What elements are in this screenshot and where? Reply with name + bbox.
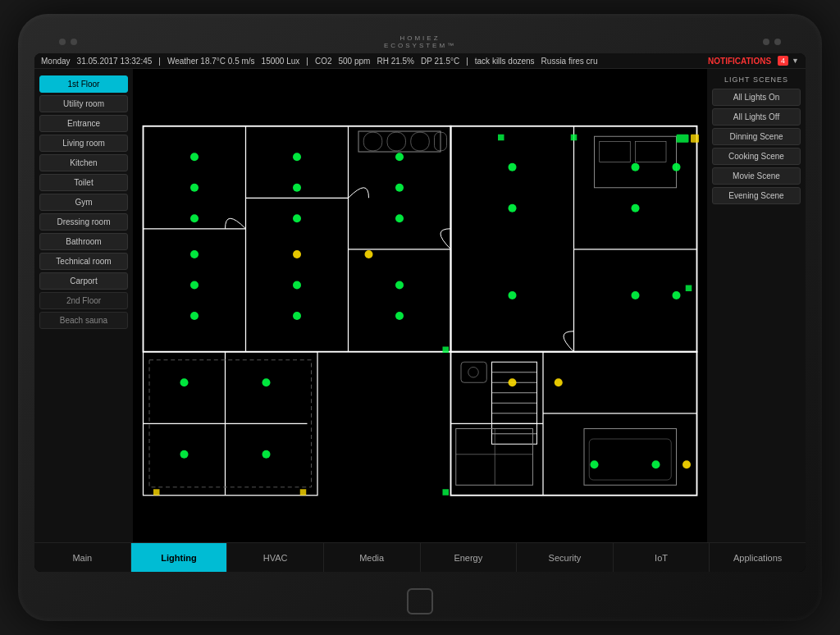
svg-point-66	[509, 378, 517, 386]
sidebar-item-beach-sauna[interactable]: Beach sauna	[39, 312, 128, 329]
all-lights-on-button[interactable]: All Lights On	[712, 89, 801, 106]
svg-point-62	[632, 204, 640, 212]
sidebar-item-1st-floor[interactable]: 1st Floor	[39, 75, 128, 93]
sidebar-item-living-room[interactable]: Living room	[39, 135, 128, 152]
weather-label: Weather 18.7°C 0.5 m/s	[167, 57, 255, 66]
camera-indicators	[763, 39, 781, 45]
sidebar-item-bathroom[interactable]: Bathroom	[39, 233, 128, 250]
notifications-label: NOTIFICATIONS	[708, 57, 771, 66]
indicator-dot-2	[71, 39, 77, 45]
svg-point-50	[365, 250, 373, 258]
bottom-nav: Main Lighting HVAC Media Energy Security…	[34, 542, 806, 572]
dropdown-icon: ▼	[792, 57, 799, 65]
svg-point-70	[180, 450, 189, 459]
svg-rect-80	[153, 489, 160, 496]
sidebar: 1st Floor Utility room Entrance Living r…	[34, 69, 133, 542]
sidebar-item-utility-room[interactable]: Utility room	[39, 95, 128, 112]
brand-name: HOMIEZ	[384, 34, 456, 42]
svg-rect-79	[686, 286, 692, 292]
separator-2: |	[306, 57, 308, 66]
svg-point-55	[190, 312, 199, 320]
floor-plan-svg	[133, 69, 707, 542]
sidebar-item-entrance[interactable]: Entrance	[39, 115, 128, 132]
svg-point-44	[293, 184, 301, 192]
dp-label: DP 21.5°C	[421, 57, 459, 66]
dinning-scene-button[interactable]: Dinning Scene	[712, 128, 801, 145]
day-label: Monday	[41, 57, 71, 66]
evening-scene-button[interactable]: Evening Scene	[712, 187, 801, 204]
svg-point-68	[180, 378, 189, 386]
svg-rect-78	[571, 135, 578, 141]
cooking-scene-button[interactable]: Cooking Scene	[712, 148, 801, 165]
indicator-dot-1	[59, 39, 66, 45]
main-content: 1st Floor Utility room Entrance Living r…	[34, 69, 806, 542]
svg-point-53	[293, 281, 301, 290]
tablet-screen: Monday 31.05.2017 13:32:45 | Weather 18.…	[34, 53, 806, 572]
svg-point-60	[673, 163, 681, 171]
floor-plan-area	[133, 69, 707, 542]
tablet-top-bar: HOMIEZ ECOSYSTEM™	[34, 30, 806, 53]
nav-applications[interactable]: Applications	[710, 543, 806, 572]
sidebar-item-dressing-room[interactable]: Dressing room	[39, 213, 128, 231]
sidebar-item-technical-room[interactable]: Technical room	[39, 253, 128, 270]
separator-3: |	[466, 57, 468, 66]
svg-point-43	[190, 184, 199, 192]
svg-rect-81	[300, 489, 307, 496]
svg-point-56	[293, 312, 301, 320]
movie-scene-button[interactable]: Movie Scene	[712, 167, 801, 185]
svg-point-67	[555, 378, 563, 386]
status-bar: Monday 31.05.2017 13:32:45 | Weather 18.…	[34, 53, 806, 69]
svg-point-63	[509, 291, 517, 299]
sidebar-item-gym[interactable]: Gym	[39, 194, 128, 211]
svg-point-71	[262, 450, 271, 459]
svg-rect-76	[691, 135, 699, 143]
home-button[interactable]	[407, 588, 433, 614]
svg-point-41	[293, 153, 301, 161]
svg-rect-75	[677, 135, 689, 143]
svg-point-72	[591, 460, 599, 468]
right-panel: LIGHT SCENES All Lights On All Lights Of…	[707, 69, 806, 542]
tablet-top-left-indicators	[59, 39, 77, 45]
svg-point-47	[293, 214, 301, 222]
svg-point-69	[262, 378, 271, 386]
notification-badge: 4	[778, 56, 788, 66]
svg-point-57	[395, 312, 404, 320]
svg-point-51	[190, 250, 199, 258]
camera-dot-1	[763, 39, 769, 45]
nav-security[interactable]: Security	[517, 543, 614, 572]
nav-main[interactable]: Main	[34, 543, 131, 572]
svg-point-46	[190, 214, 199, 222]
svg-point-52	[190, 281, 199, 290]
svg-point-61	[509, 204, 517, 212]
all-lights-off-button[interactable]: All Lights Off	[712, 108, 801, 126]
svg-point-74	[682, 460, 691, 468]
svg-rect-82	[443, 347, 450, 354]
svg-point-40	[190, 153, 199, 161]
svg-point-58	[509, 163, 517, 171]
sidebar-item-kitchen[interactable]: Kitchen	[39, 154, 128, 171]
svg-point-64	[632, 291, 640, 299]
svg-point-65	[673, 291, 681, 299]
nav-energy[interactable]: Energy	[421, 543, 518, 572]
svg-point-59	[632, 163, 640, 171]
tablet: HOMIEZ ECOSYSTEM™ Monday 31.05.2017 13:3…	[18, 14, 822, 621]
lux-label: 15000 Lux	[262, 57, 300, 66]
svg-point-73	[652, 460, 660, 468]
datetime-label: 31.05.2017 13:32:45	[77, 57, 153, 66]
nav-media[interactable]: Media	[324, 543, 421, 572]
news1-label: tack kills dozens	[475, 57, 535, 66]
svg-point-45	[395, 184, 404, 192]
nav-hvac[interactable]: HVAC	[227, 543, 324, 572]
sidebar-item-toilet[interactable]: Toilet	[39, 174, 128, 191]
nav-iot[interactable]: IoT	[614, 543, 710, 572]
news2-label: Russia fires cru	[541, 57, 598, 66]
svg-point-54	[395, 281, 404, 290]
notifications-area[interactable]: NOTIFICATIONS 4 ▼	[708, 56, 799, 66]
sidebar-item-2nd-floor[interactable]: 2nd Floor	[39, 292, 128, 309]
sidebar-item-carport[interactable]: Carport	[39, 272, 128, 290]
svg-point-48	[395, 214, 404, 222]
svg-point-42	[395, 153, 404, 161]
nav-lighting[interactable]: Lighting	[131, 543, 228, 572]
svg-rect-0	[133, 106, 707, 506]
co2-label: CO2	[315, 57, 332, 66]
